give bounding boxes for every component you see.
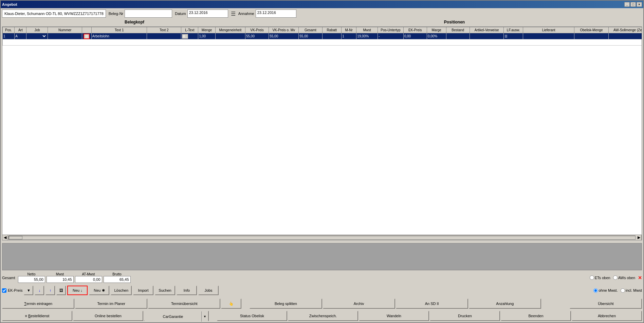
- termin-eintragen-button[interactable]: Termin eintragen: [2, 299, 74, 309]
- image-button[interactable]: 🖼: [56, 286, 66, 295]
- cell-icon[interactable]: ☰: [82, 33, 92, 39]
- table-row[interactable]: 1 A ☰ Arbeitslohn: [3, 33, 642, 39]
- mwst-field: Mwst 10,45: [47, 272, 74, 283]
- col-text1: Text 1: [91, 27, 147, 33]
- up-arrow-button[interactable]: ↑: [45, 286, 55, 295]
- scrollbar-thumb[interactable]: [9, 236, 22, 239]
- horizontal-scrollbar[interactable]: ◀ ▶: [2, 235, 642, 240]
- cell-pos-untertyp: -: [378, 33, 404, 39]
- close-x-button[interactable]: ✕: [638, 275, 642, 280]
- mwst-label: Mwst: [56, 272, 64, 276]
- spacer4: [542, 299, 569, 309]
- drucken-button[interactable]: Drucken: [430, 311, 500, 321]
- brutto-value: 65,45: [104, 276, 131, 283]
- ets-oben-radio-input[interactable]: [590, 275, 594, 280]
- at-mwst-field: AT-Mwst 0,00: [75, 272, 102, 283]
- beleg-nr-input[interactable]: [125, 10, 172, 18]
- ekpreis-checkbox[interactable]: [2, 288, 6, 293]
- termin-planer-button[interactable]: Termin im Planer: [75, 299, 147, 309]
- cargarantie-dropdown: CarGarantie ▼: [144, 311, 209, 321]
- dropdown-button[interactable]: ▼: [24, 286, 33, 295]
- down-arrow-button[interactable]: ↓: [35, 286, 44, 295]
- beleg-nr-label: Beleg-Nr: [109, 12, 123, 16]
- buttons-row: EK-Preis ▼ ↓ ↑ 🖼 Neu ↓ Neu ✱ Löschen Imp…: [2, 285, 642, 296]
- online-bestellen-button[interactable]: Online bestellen: [73, 311, 143, 321]
- table-area: Pos. Art Job Nummer Text 1 Text 2 L-Text…: [2, 27, 642, 240]
- scroll-left-button[interactable]: ◀: [2, 235, 8, 240]
- neu-down-button[interactable]: Neu ↓: [67, 286, 88, 295]
- zwischenspeich-button[interactable]: Zwischenspeich.: [288, 311, 358, 321]
- loeschen-button[interactable]: Löschen: [111, 286, 132, 295]
- col-icon: [82, 27, 92, 33]
- incl-mwst-radio-input[interactable]: [621, 288, 625, 293]
- incl-mwst-label: incl. Mwst: [626, 288, 642, 292]
- cell-mwst: 19,00%: [356, 33, 378, 39]
- beenden-button[interactable]: Beenden: [501, 311, 571, 321]
- fingerprint-icon: 👆: [229, 302, 234, 306]
- col-pos: Pos.: [3, 27, 15, 33]
- close-button[interactable]: ×: [637, 2, 642, 7]
- radio-group-bottom: ohne Mwst. incl. Mwst: [593, 288, 642, 293]
- job-select[interactable]: [27, 34, 47, 38]
- archiv-button[interactable]: Archiv: [323, 299, 395, 309]
- minimize-button[interactable]: _: [624, 2, 630, 7]
- cargarantie-button[interactable]: CarGarantie: [145, 311, 201, 322]
- cell-menge: 1,00: [198, 33, 215, 39]
- beleg-splitten-button[interactable]: Beleg splitten: [250, 299, 322, 309]
- col-artikel-verweise: Artikel-Verweise: [470, 27, 504, 33]
- col-ltext: L-Text: [181, 27, 198, 33]
- cell-text1: Arbeitslohn: [91, 33, 147, 39]
- text-icon-button[interactable]: ☰: [84, 34, 90, 39]
- col-lieferant: Lieferant: [523, 27, 574, 33]
- status-obelisk-button[interactable]: Status Obelisk: [217, 311, 287, 321]
- abbrechen-button[interactable]: Abbrechen: [572, 311, 642, 321]
- ohne-mwst-radio[interactable]: ohne Mwst.: [593, 288, 618, 293]
- aws-oben-radio[interactable]: AWs oben: [613, 275, 635, 280]
- action-bar-2: ≡ Bestelldienst Online bestellen CarGara…: [2, 310, 642, 321]
- info-button[interactable]: Info: [177, 286, 197, 295]
- maximize-button[interactable]: □: [630, 2, 636, 7]
- terminuebersicht-button[interactable]: Terminübersicht: [148, 299, 220, 309]
- neu-star-button[interactable]: Neu ✱: [89, 286, 109, 295]
- ohne-mwst-label: ohne Mwst.: [599, 288, 618, 292]
- cell-marge: 0,00%: [427, 33, 446, 39]
- ltext-icon[interactable]: ⊞: [182, 34, 188, 39]
- col-aw-sollmenge: AW-Sollmenge (Ze: [608, 27, 642, 33]
- bestelldienst-button[interactable]: ≡ Bestelldienst: [2, 311, 72, 321]
- scroll-right-button[interactable]: ▶: [636, 235, 642, 240]
- col-job: Job: [26, 27, 48, 33]
- ets-oben-radio[interactable]: ETs oben: [590, 275, 610, 280]
- ohne-mwst-radio-input[interactable]: [593, 288, 598, 293]
- suchen-button[interactable]: Suchen: [155, 286, 175, 295]
- cell-obelisk-menge: [574, 33, 609, 39]
- content-area: Klaus-Dieter, Schumann OD-TL 80, WVWZZZ1…: [1, 8, 643, 322]
- wandeln-button[interactable]: Wandeln: [359, 311, 429, 321]
- cell-text2: [147, 33, 181, 39]
- action-bar-1: Termin eintragen Termin im Planer Termin…: [2, 297, 642, 309]
- radio-group-top: ETs oben AWs oben ✕: [590, 275, 642, 280]
- incl-mwst-radio[interactable]: incl. Mwst: [621, 288, 642, 293]
- netto-field: Netto 55,00: [18, 272, 45, 283]
- cell-vkpreis-omv: 55,00: [269, 33, 299, 39]
- datum-input[interactable]: 23.12.2016: [187, 10, 228, 18]
- an-sd-ii-button[interactable]: An SD II: [396, 299, 468, 309]
- cargarantie-dropdown-arrow[interactable]: ▼: [201, 311, 208, 322]
- col-mwst: Mwst: [356, 27, 378, 33]
- col-marge: Marge: [427, 27, 446, 33]
- col-gesamt: Gesamt: [299, 27, 322, 33]
- scrollbar-track[interactable]: [8, 236, 636, 240]
- fingerprint-button[interactable]: 👆: [221, 299, 241, 309]
- list-icon[interactable]: ☰: [231, 11, 236, 17]
- import-button[interactable]: Import: [133, 286, 153, 295]
- anzahlung-button[interactable]: Anzahlung: [469, 299, 541, 309]
- uebersicht-button[interactable]: Übersicht: [570, 299, 642, 309]
- annahme-input[interactable]: 23.12.2016: [256, 10, 296, 18]
- cell-ekpreis: 0,00: [403, 33, 427, 39]
- col-bestand: Bestand: [446, 27, 470, 33]
- title-bar: Angebot _ □ ×: [1, 1, 643, 8]
- jobs-button[interactable]: Jobs: [198, 286, 219, 295]
- aws-oben-radio-input[interactable]: [613, 275, 618, 280]
- cell-art: A: [15, 33, 26, 39]
- totals-row: Gesamt Netto 55,00 Mwst 10,45 AT-Mwst 0,…: [2, 272, 642, 284]
- table-scroll-container[interactable]: Pos. Art Job Nummer Text 1 Text 2 L-Text…: [2, 27, 642, 235]
